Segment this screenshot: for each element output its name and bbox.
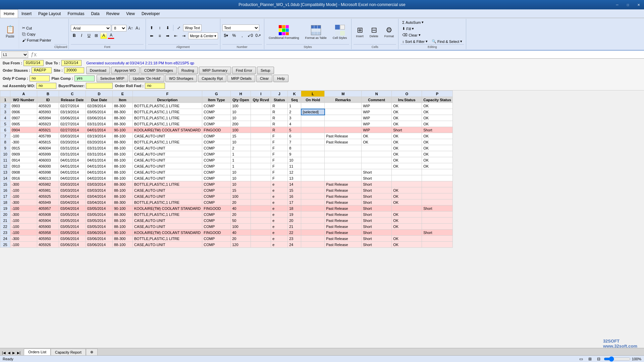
cell[interactable] — [251, 133, 271, 139]
cell[interactable]: 03/31/2014 — [59, 151, 86, 157]
row-number[interactable]: 22 — [0, 224, 10, 230]
col-header-B[interactable]: B — [37, 91, 59, 97]
cell[interactable] — [392, 169, 422, 175]
increase-indent-button[interactable]: ⇥ — [180, 32, 187, 40]
cell[interactable]: WIP — [362, 109, 392, 115]
cell[interactable]: e — [271, 224, 288, 230]
cell[interactable]: Short — [362, 205, 392, 212]
cell[interactable]: R — [271, 103, 288, 109]
cell[interactable]: OK — [392, 145, 422, 151]
cell[interactable]: COMP — [202, 187, 231, 193]
table-row[interactable]: 13090840599804/01/201404/01/201488-100CA… — [0, 169, 453, 175]
insert-cells-button[interactable]: ⊞ Insert — [354, 20, 366, 43]
menu-view[interactable]: View — [123, 9, 138, 18]
cell[interactable]: 03/06/2014 — [86, 230, 113, 236]
col-header-K[interactable]: K — [288, 91, 301, 97]
cell[interactable]: 20 — [288, 218, 301, 224]
cell[interactable] — [392, 230, 422, 236]
cell[interactable]: 88-300 — [113, 103, 133, 109]
cell[interactable]: OK — [422, 145, 453, 151]
cell[interactable] — [325, 121, 362, 127]
cell[interactable]: COMP — [202, 157, 231, 163]
cell[interactable]: 88-100 — [113, 218, 133, 224]
cell[interactable]: 18 — [288, 205, 301, 212]
table-row[interactable]: 5090540592302/27/201403/31/201488-300BOT… — [0, 121, 453, 127]
row-number[interactable]: 24 — [0, 236, 10, 242]
cell[interactable]: 0906 — [10, 109, 37, 115]
cell[interactable] — [251, 193, 271, 199]
cell[interactable]: Short — [362, 230, 392, 236]
col-header-F[interactable]: F — [133, 91, 202, 97]
cell[interactable]: 02/28/2014 — [86, 103, 113, 109]
cell[interactable] — [251, 151, 271, 157]
col-header-A[interactable]: A — [10, 91, 37, 97]
cell[interactable]: Short — [362, 199, 392, 205]
setup-button[interactable]: Setup — [257, 67, 274, 74]
row-number[interactable]: 6 — [0, 127, 10, 133]
cell[interactable]: 03/06/2014 — [86, 236, 113, 242]
cell[interactable]: 24 — [288, 242, 301, 248]
cell[interactable]: 405789 — [37, 133, 59, 139]
cell[interactable]: COMP — [202, 103, 231, 109]
formula-input[interactable] — [39, 52, 643, 58]
cell[interactable]: -300 — [10, 139, 37, 145]
cell[interactable]: OK — [392, 242, 422, 248]
cell[interactable]: 40 — [231, 230, 251, 236]
cell[interactable] — [422, 218, 453, 224]
cell[interactable]: e — [271, 242, 288, 248]
cell[interactable]: 8 — [288, 145, 301, 151]
cell[interactable] — [325, 175, 362, 181]
row-number[interactable]: 16 — [0, 187, 10, 193]
cell[interactable] — [251, 199, 271, 205]
table-row[interactable]: 11091440600304/01/201404/01/201488-100CA… — [0, 157, 453, 163]
cell[interactable]: BOTTLE,PLASTIC,1 LITRE — [133, 121, 202, 127]
cell[interactable]: 04/02/2014 — [86, 175, 113, 181]
cell[interactable]: R — [271, 109, 288, 115]
cell[interactable]: 88-300 — [113, 181, 133, 187]
cell[interactable] — [325, 169, 362, 175]
cell[interactable] — [301, 103, 325, 109]
cell[interactable]: 03/06/2014 — [59, 242, 86, 248]
cell[interactable] — [251, 103, 271, 109]
cell[interactable]: Short — [422, 205, 453, 212]
fill-color-button[interactable]: A — [100, 32, 107, 39]
wo-shortages-button[interactable]: WO Shortages — [165, 75, 197, 82]
cell[interactable]: CASE,AUTO-UNIT — [133, 242, 202, 248]
cell[interactable]: BOTTLE,PLASTIC,1 LITRE — [133, 115, 202, 121]
tab-capacity-report[interactable]: Capacity Report — [51, 349, 86, 355]
row-number[interactable]: 7 — [0, 133, 10, 139]
font-name-select[interactable]: Arial — [71, 25, 111, 32]
cell[interactable] — [301, 218, 325, 224]
cell[interactable]: F — [271, 133, 288, 139]
font-color-button[interactable]: A — [108, 32, 114, 39]
cell[interactable]: 03/31/2014 — [86, 121, 113, 127]
cell[interactable]: 88-300 — [113, 115, 133, 121]
cell[interactable] — [251, 109, 271, 115]
decrease-decimal-button[interactable]: ↙0 — [247, 32, 254, 39]
cell[interactable]: CASE,AUTO-UNIT — [133, 133, 202, 139]
cell[interactable] — [301, 205, 325, 212]
cell[interactable]: 88-100 — [113, 163, 133, 169]
cell[interactable]: 120 — [231, 242, 251, 248]
row-number[interactable]: 19 — [0, 205, 10, 212]
cell[interactable]: 03/03/2014 — [86, 181, 113, 187]
align-left-button[interactable]: ⬅ — [148, 32, 155, 40]
align-center-button[interactable]: ≡ — [156, 32, 163, 40]
table-row[interactable]: 9091540600403/31/201403/31/201488-100CAS… — [0, 145, 453, 151]
cell[interactable]: Past Release — [325, 199, 362, 205]
cell[interactable]: WIP — [362, 103, 392, 109]
cell[interactable] — [301, 169, 325, 175]
cell[interactable]: COMP — [202, 169, 231, 175]
comp-shortages-button[interactable]: COMP Shortages — [141, 67, 177, 74]
cell[interactable]: COMP — [202, 242, 231, 248]
bold-button[interactable]: B — [71, 32, 77, 39]
col-header-I[interactable]: I — [251, 91, 271, 97]
cell[interactable]: F — [271, 163, 288, 169]
cell[interactable]: 40 — [231, 205, 251, 212]
cell[interactable]: KOOLAIRE(TM) COOLANT STANDARD — [133, 230, 202, 236]
col-header-E[interactable]: E — [113, 91, 133, 97]
table-row[interactable]: 23-10040595803/05/201403/06/201490-100KO… — [0, 230, 453, 236]
cell[interactable] — [301, 151, 325, 157]
cell[interactable] — [251, 230, 271, 236]
cell[interactable]: 406003 — [37, 157, 59, 163]
